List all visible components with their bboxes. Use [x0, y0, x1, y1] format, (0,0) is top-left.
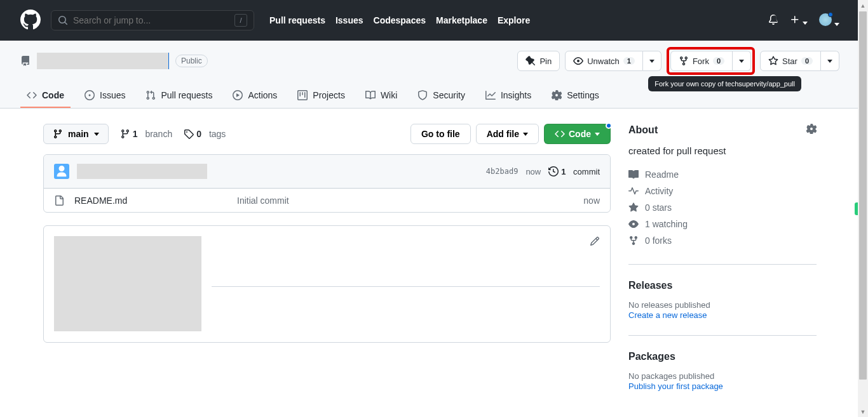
file-date: now [583, 195, 600, 206]
stars-link[interactable]: 0 stars [628, 199, 817, 216]
watch-dropdown[interactable] [643, 51, 661, 71]
gear-icon [806, 124, 817, 134]
watch-count: 1 [623, 57, 635, 65]
commit-hash[interactable]: 4b2bad9 [486, 167, 519, 176]
eye-icon [573, 56, 583, 66]
scrollbar[interactable]: ▲ ▼ [858, 0, 860, 416]
fork-tooltip: Fork your own copy of techsupervity/app_… [648, 76, 801, 91]
user-menu[interactable] [819, 13, 839, 28]
tab-security[interactable]: Security [411, 84, 471, 108]
edit-readme-button[interactable] [590, 236, 600, 248]
forks-link[interactable]: 0 forks [628, 232, 817, 249]
readme-content-redacted [54, 236, 201, 331]
eye-icon [628, 219, 639, 229]
sidebar: About created for pull request Readme Ac… [628, 124, 817, 391]
file-commit-msg[interactable]: Initial commit [237, 195, 573, 206]
pulse-icon [628, 186, 639, 196]
star-dropdown[interactable] [821, 51, 839, 71]
nav-marketplace[interactable]: Marketplace [436, 15, 487, 25]
fork-icon [679, 56, 689, 66]
fork-dropdown[interactable] [733, 51, 751, 71]
branch-icon [53, 129, 63, 139]
fork-icon [628, 235, 639, 246]
watch-button[interactable]: Unwatch 1 [565, 51, 643, 71]
file-name-link[interactable]: README.md [74, 195, 127, 206]
readme-box [43, 225, 611, 343]
tab-issues[interactable]: Issues [78, 84, 132, 108]
search-icon [58, 15, 68, 25]
packages-none: No packages published [628, 371, 817, 381]
tags-link[interactable]: 0 tags [184, 129, 226, 139]
history-icon [548, 166, 559, 176]
tab-code[interactable]: Code [20, 84, 71, 108]
nav-codespaces[interactable]: Codespaces [374, 15, 426, 25]
star-icon [768, 56, 778, 66]
add-file-button[interactable]: Add file [476, 124, 539, 144]
tab-settings[interactable]: Settings [545, 84, 606, 108]
pin-button[interactable]: Pin [517, 51, 560, 71]
global-header: / Pull requests Issues Codespaces Market… [0, 0, 860, 41]
about-description: created for pull request [628, 145, 817, 156]
tab-projects[interactable]: Projects [291, 84, 351, 108]
nav-explore[interactable]: Explore [498, 15, 530, 25]
star-count: 0 [801, 57, 813, 65]
star-button[interactable]: Star 0 [760, 51, 821, 71]
tag-icon [184, 129, 194, 139]
branches-link[interactable]: 1 branch [120, 129, 173, 139]
activity-link[interactable]: Activity [628, 183, 817, 199]
fork-button[interactable]: Fork 0 [670, 51, 733, 71]
commits-link[interactable]: 1 commit [548, 166, 600, 176]
author-avatar[interactable] [54, 164, 69, 179]
fork-count: 0 [713, 57, 724, 65]
commit-author-redacted [77, 164, 207, 179]
packages-title: Packages [628, 351, 817, 362]
branch-icon [120, 129, 130, 139]
search-slash-hint: / [234, 14, 247, 27]
file-list-box: 4b2bad9 now 1 commit README.md Initial c… [43, 154, 611, 213]
tab-pull-requests[interactable]: Pull requests [139, 84, 219, 108]
releases-none: No releases published [628, 300, 817, 310]
star-button-group: Star 0 [760, 51, 839, 71]
code-icon [555, 129, 565, 139]
tab-wiki[interactable]: Wiki [359, 84, 403, 108]
branch-select[interactable]: main [43, 124, 109, 144]
about-title: About [628, 124, 658, 136]
goto-file-button[interactable]: Go to file [410, 124, 471, 144]
releases-title: Releases [628, 280, 817, 291]
readme-link[interactable]: Readme [628, 166, 817, 183]
commit-time: now [526, 167, 541, 176]
watching-link[interactable]: 1 watching [628, 216, 817, 232]
new-indicator-dot [606, 122, 612, 129]
search-box[interactable]: / [51, 10, 254, 30]
watch-button-group: Unwatch 1 [565, 51, 661, 71]
avatar [819, 13, 832, 26]
search-input[interactable] [73, 15, 234, 25]
about-settings-button[interactable] [806, 124, 817, 136]
github-logo[interactable] [20, 10, 41, 32]
fork-button-group: Fork 0 [670, 51, 751, 71]
nav-pull-requests[interactable]: Pull requests [269, 15, 325, 25]
scrollbar-thumb[interactable] [859, 11, 860, 380]
repo-icon [20, 56, 31, 66]
file-icon [54, 195, 64, 206]
code-button[interactable]: Code [544, 124, 611, 144]
edge-indicator [855, 202, 858, 215]
file-row[interactable]: README.md Initial commit now [44, 189, 610, 212]
publish-package-link[interactable]: Publish your first package [628, 381, 723, 391]
star-icon [628, 202, 639, 213]
tab-actions[interactable]: Actions [226, 84, 283, 108]
visibility-badge: Public [175, 55, 208, 67]
readme-divider [212, 286, 600, 287]
repo-name-redacted [37, 53, 169, 69]
nav-issues[interactable]: Issues [336, 15, 363, 25]
create-new-menu[interactable] [790, 15, 808, 27]
repo-header: Public Pin Unwatch 1 Fork [0, 41, 860, 109]
book-icon [628, 169, 639, 180]
notifications-icon[interactable] [768, 15, 778, 27]
nav-links: Pull requests Issues Codespaces Marketpl… [269, 15, 530, 25]
pin-icon [526, 56, 536, 66]
fork-highlight-box: Fork 0 [667, 47, 755, 75]
tab-insights[interactable]: Insights [479, 84, 538, 108]
pencil-icon [590, 236, 600, 246]
create-release-link[interactable]: Create a new release [628, 310, 707, 320]
